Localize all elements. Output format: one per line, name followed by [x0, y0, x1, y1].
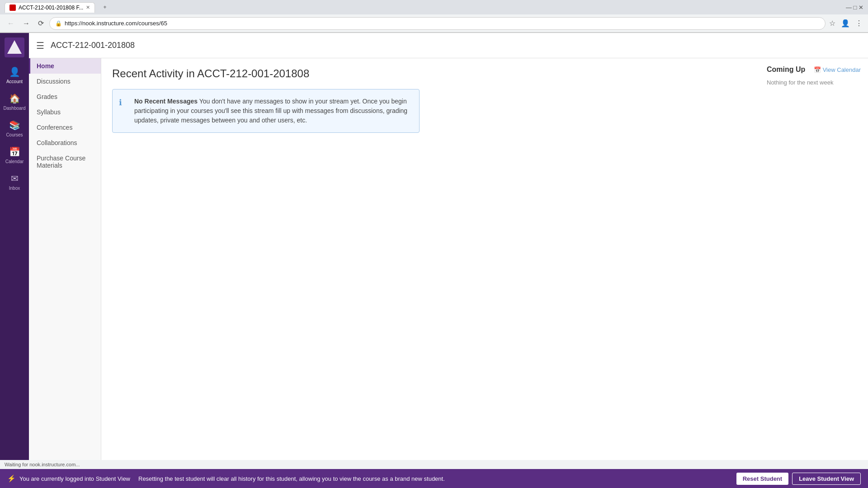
info-icon: ℹ [119, 97, 122, 109]
address-bar[interactable]: 🔒 https://nook.instructure.com/courses/6… [49, 17, 826, 30]
reset-student-button[interactable]: Reset Student [736, 473, 788, 485]
view-calendar-link[interactable]: 📅 View Calendar [814, 66, 861, 73]
student-view-icon: ⚡ [7, 474, 16, 483]
sidebar-item-courses[interactable]: 📚 Courses [0, 115, 29, 142]
nav-item-grades[interactable]: Grades [29, 89, 101, 104]
courses-icon: 📚 [9, 120, 20, 131]
nav-item-conferences[interactable]: Conferences [29, 120, 101, 135]
calendar-icon: 📅 [9, 146, 20, 157]
app-logo [5, 38, 24, 57]
tab-close-button[interactable]: ✕ [86, 5, 90, 10]
nav-item-discussions[interactable]: Discussions [29, 74, 101, 89]
account-button[interactable]: 👤 [840, 18, 851, 28]
url-text: https://nook.instructure.com/courses/65 [65, 20, 820, 27]
account-icon: 👤 [9, 66, 20, 77]
bookmark-button[interactable]: ☆ [828, 18, 836, 28]
nothing-text: Nothing for the next week [767, 79, 861, 86]
status-text: Waiting for nook.instructure.com... [5, 462, 80, 467]
sidebar-item-calendar[interactable]: 📅 Calendar [0, 142, 29, 169]
back-button[interactable]: ← [5, 19, 17, 28]
sidebar-item-dashboard[interactable]: 🏠 Dashboard [0, 89, 29, 115]
page-area: Recent Activity in ACCT-212-001-201808 ℹ… [101, 58, 760, 488]
student-view-banner: ⚡ You are currently logged into Student … [0, 469, 868, 488]
hamburger-menu[interactable]: ☰ [36, 40, 44, 51]
calendar-link-icon: 📅 [814, 66, 821, 73]
secure-icon: 🔒 [55, 20, 62, 27]
leave-student-view-button[interactable]: Leave Student View [792, 473, 861, 485]
extensions-button[interactable]: ⋮ [854, 18, 863, 28]
inbox-icon: ✉ [11, 173, 19, 184]
nav-item-collaborations[interactable]: Collaborations [29, 135, 101, 150]
sidebar-item-account[interactable]: 👤 Account [0, 62, 29, 89]
sidebar-item-inbox[interactable]: ✉ Inbox [0, 169, 29, 195]
global-sidebar: 👤 Account 🏠 Dashboard 📚 Courses 📅 Calend… [0, 33, 29, 488]
forward-button[interactable]: → [20, 19, 33, 28]
banner-main-text: Resetting the test student will clear al… [138, 475, 445, 482]
tab-title: ACCT-212-001-201808 F... [19, 5, 83, 11]
message-title: No Recent Messages [134, 98, 198, 105]
dashboard-icon: 🏠 [9, 93, 20, 104]
nav-item-purchase[interactable]: Purchase Course Materials [29, 150, 101, 173]
top-bar: ☰ ACCT-212-001-201808 [29, 33, 868, 58]
status-bar: Waiting for nook.instructure.com... [0, 460, 868, 469]
no-recent-messages-box: ℹ No Recent Messages You don't have any … [112, 89, 420, 133]
course-nav: Home Discussions Grades Syllabus Confere… [29, 58, 101, 488]
window-controls[interactable]: — □ ✕ [846, 4, 863, 11]
nav-item-syllabus[interactable]: Syllabus [29, 104, 101, 120]
new-tab-button[interactable]: + [99, 2, 111, 12]
active-tab[interactable]: ACCT-212-001-201808 F... ✕ [5, 2, 95, 13]
view-calendar-label: View Calendar [823, 66, 861, 73]
coming-up-title: Coming Up [767, 66, 805, 74]
coming-up-panel: Coming Up 📅 View Calendar Nothing for th… [760, 58, 868, 488]
reload-button[interactable]: ⟳ [35, 18, 47, 28]
page-title: Recent Activity in ACCT-212-001-201808 [112, 67, 749, 80]
nav-item-home[interactable]: Home [29, 58, 101, 74]
course-title: ACCT-212-001-201808 [51, 41, 135, 50]
tab-favicon [9, 5, 16, 11]
student-view-text: You are currently logged into Student Vi… [19, 475, 130, 482]
